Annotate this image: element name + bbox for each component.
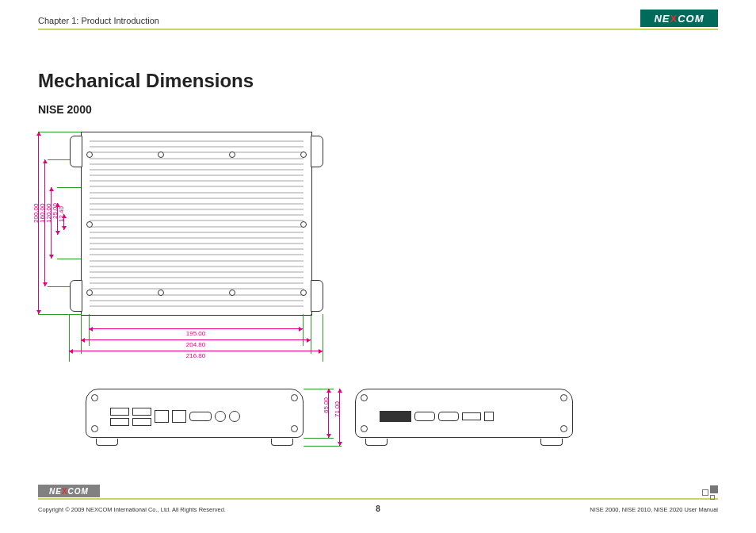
chapter-label: Chapter 1: Product Introduction — [38, 16, 159, 25]
brand-text-tail: COM — [678, 13, 704, 25]
brand-text-pre: NE — [654, 13, 670, 25]
brand-text-tail: COM — [68, 487, 89, 496]
brand-text-x: X — [62, 487, 68, 496]
brand-text-x: X — [670, 13, 678, 25]
content-area: Mechanical Dimensions NISE 2000 200.00 1… — [38, 70, 718, 485]
dim-h-195: 195.00 — [186, 330, 205, 337]
brand-logo-bottom: NEXCOM — [38, 485, 100, 497]
device-top-view — [81, 132, 312, 316]
page-footer: NEXCOM Copyright © 2009 NEXCOM Internati… — [38, 498, 718, 522]
device-rear-view — [355, 389, 573, 446]
page-title: Mechanical Dimensions — [38, 70, 718, 92]
dim-h-216: 216.80 — [186, 352, 205, 359]
brand-logo-top: NEXCOM — [640, 10, 718, 27]
copyright-text: Copyright © 2009 NEXCOM International Co… — [38, 506, 226, 513]
page-header: Chapter 1: Product Introduction NEXCOM — [38, 8, 718, 30]
dim-side-71: 71.00 — [334, 401, 341, 417]
manual-reference: NISE 2000, NISE 2010, NISE 2020 User Man… — [590, 506, 718, 513]
mechanical-drawing: 200.00 160.00 120.00 25.00 12.40 — [38, 124, 593, 457]
brand-text-pre: NE — [49, 487, 62, 496]
dim-v-12: 12.40 — [58, 206, 65, 222]
model-subtitle: NISE 2000 — [38, 103, 718, 116]
dim-side-65: 65.00 — [323, 397, 330, 413]
dim-h-204: 204.80 — [186, 341, 205, 348]
footer-deco-icon — [701, 485, 718, 500]
device-front-view — [86, 389, 304, 446]
page-number: 8 — [376, 504, 380, 513]
